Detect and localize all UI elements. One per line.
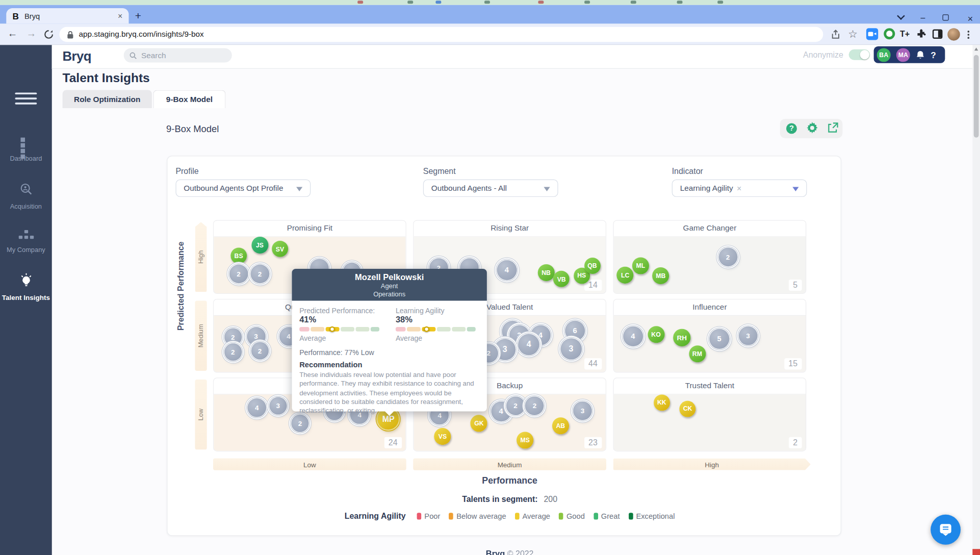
new-tab-button[interactable]: + [135, 10, 141, 23]
bubble-2[interactable]: 2 [506, 396, 525, 415]
bubble-2[interactable]: 2 [229, 265, 248, 284]
avatar-ma[interactable]: MA [896, 48, 910, 62]
maximize-button[interactable] [942, 14, 948, 20]
bubble-4[interactable]: 4 [518, 334, 539, 355]
profile-dropdown[interactable]: Outbound Agents Opt Profile [175, 180, 311, 197]
bubble-2[interactable]: 2 [718, 247, 737, 266]
bubble-2[interactable]: 2 [291, 415, 308, 432]
hamburger-menu-icon[interactable] [15, 92, 37, 107]
bubble-QB[interactable]: QB [584, 257, 600, 273]
tooltip-header: Mozell Pelkowski Agent Operations [292, 269, 486, 301]
indicator-value: Learning Agility [680, 184, 733, 192]
bubble-ML[interactable]: ML [632, 257, 649, 274]
anonymize-toggle[interactable] [849, 49, 870, 60]
bubble-4[interactable]: 4 [623, 326, 643, 346]
bookmark-star-icon[interactable]: ☆ [848, 28, 858, 41]
bubble-3[interactable]: 3 [560, 338, 582, 360]
cell-count: 2 [789, 437, 802, 448]
bubble-RM[interactable]: RM [689, 345, 706, 362]
close-window-button[interactable]: × [967, 13, 973, 24]
avatar-ba[interactable]: BA [877, 48, 891, 62]
bubble-2[interactable]: 2 [251, 342, 268, 360]
bell-icon[interactable] [916, 49, 925, 60]
y-axis-bar-high: High [195, 222, 207, 292]
bubble-MS[interactable]: MS [517, 432, 533, 448]
bubble-3[interactable]: 3 [269, 397, 287, 415]
performance-line: Performance: 77% Low [299, 349, 374, 357]
tab-search-chevron-icon[interactable] [897, 12, 905, 20]
indicator-dropdown[interactable]: Learning Agility × [672, 180, 807, 197]
extensions-puzzle-icon[interactable] [916, 29, 926, 39]
scale-marker [424, 326, 429, 332]
zoom-extension-icon[interactable] [866, 28, 878, 40]
scrollbar-up-arrow[interactable] [974, 47, 977, 51]
bubble-RH[interactable]: RH [673, 329, 690, 346]
bryq-logo[interactable]: Bryq [63, 49, 91, 64]
chat-icon [938, 522, 953, 537]
side-panel-icon[interactable] [933, 30, 943, 39]
legend-swatch [594, 513, 598, 519]
bubble-5[interactable]: 5 [709, 329, 729, 349]
back-icon[interactable]: ← [8, 28, 18, 39]
help-circle-icon[interactable]: ? [785, 122, 798, 135]
help-icon[interactable]: ? [931, 49, 936, 60]
scale-segment [299, 327, 310, 332]
dashboard-grid-icon [20, 138, 31, 148]
browser-menu-kebab-icon[interactable] [967, 30, 969, 40]
sidebar-item-label: Dashboard [0, 155, 52, 162]
browser-tab[interactable]: B Bryq × [6, 8, 128, 24]
chat-launcher-button[interactable] [931, 515, 961, 545]
bubble-NB[interactable]: NB [538, 264, 555, 281]
bubble-SV[interactable]: SV [272, 241, 288, 257]
bubble-2[interactable]: 2 [224, 343, 242, 361]
bubble-VB[interactable]: VB [553, 271, 570, 287]
tplus-extension-icon[interactable]: T+ [900, 30, 910, 39]
sidebar-item-dashboard[interactable]: Dashboard [0, 138, 52, 162]
cell-body: 2MLLCMB5 [614, 237, 806, 294]
reload-icon[interactable] [44, 30, 54, 40]
cell-count: 24 [384, 437, 402, 448]
bubble-GK[interactable]: GK [471, 415, 487, 432]
clear-indicator-icon[interactable]: × [737, 184, 741, 193]
sidebar-item-talent-insights[interactable]: Talent Insights [0, 272, 52, 301]
address-bar[interactable]: app.staging.bryq.com/insights/9-box [59, 27, 823, 42]
bubble-AB[interactable]: AB [552, 417, 569, 434]
bubble-CK[interactable]: CK [680, 400, 696, 417]
bubble-JS[interactable]: JS [251, 237, 268, 254]
lightbulb-icon [19, 272, 33, 287]
bubble-4[interactable]: 4 [247, 398, 266, 417]
bubble-2[interactable]: 2 [525, 396, 544, 415]
minimize-button[interactable]: – [921, 13, 925, 22]
legend-item: Poor [417, 512, 441, 520]
bubble-6[interactable]: 6 [565, 320, 585, 340]
tab-9-box-model[interactable]: 9-Box Model [153, 90, 225, 109]
bubble-MB[interactable]: MB [652, 267, 669, 284]
scrollbar-thumb[interactable] [974, 55, 979, 138]
segment-dropdown[interactable]: Outbound Agents - All [423, 180, 558, 197]
bubble-LC[interactable]: LC [617, 267, 634, 284]
sidebar-item-my-company[interactable]: My Company [0, 230, 52, 253]
export-icon[interactable] [826, 122, 839, 135]
bubble-VS[interactable]: VS [434, 428, 451, 445]
green-extension-icon[interactable] [884, 28, 895, 39]
share-icon[interactable] [831, 30, 841, 40]
bubble-KK[interactable]: KK [654, 394, 670, 411]
bubble-2[interactable]: 2 [250, 265, 269, 284]
metric-learning-agility: Learning Agility 38% Average [396, 307, 489, 342]
search-box[interactable] [124, 48, 232, 62]
bubble-3[interactable]: 3 [573, 401, 592, 420]
desktop-indicator [538, 1, 544, 4]
bubble-3[interactable]: 3 [494, 339, 515, 360]
bubble-BS[interactable]: BS [230, 247, 247, 264]
sidebar-item-acquisition[interactable]: Acquisition [0, 183, 52, 210]
bubble-KO[interactable]: KO [648, 326, 664, 343]
gear-icon[interactable] [806, 122, 819, 135]
profile-avatar[interactable] [947, 28, 960, 41]
metric-band: Average [396, 335, 489, 342]
close-tab-icon[interactable]: × [118, 11, 122, 20]
bubble-4[interactable]: 4 [497, 260, 517, 280]
tab-role-optimization[interactable]: Role Optimization [63, 90, 152, 109]
search-input[interactable] [141, 51, 222, 60]
bubble-3[interactable]: 3 [739, 326, 758, 345]
forward-icon[interactable]: → [26, 28, 36, 39]
